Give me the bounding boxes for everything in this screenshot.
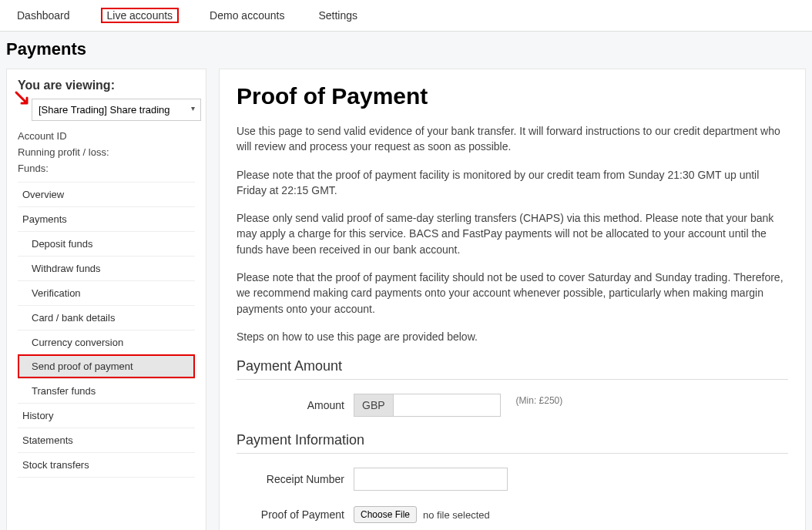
nav-settings[interactable]: Settings: [315, 8, 361, 23]
viewing-label: You are viewing:: [18, 79, 195, 92]
proof-row: Proof of Payment Choose File no file sel…: [237, 506, 788, 523]
sidebar-item-overview[interactable]: Overview: [18, 182, 195, 206]
sidebar-item-history[interactable]: History: [18, 403, 195, 428]
running-pl-label: Running profit / loss:: [18, 146, 195, 158]
receipt-row: Receipt Number: [237, 468, 788, 491]
sidebar-item-transfer-funds[interactable]: Transfer funds: [18, 378, 195, 403]
sidebar-item-withdraw-funds[interactable]: Withdraw funds: [18, 256, 195, 280]
nav-live-accounts[interactable]: Live accounts: [101, 8, 180, 23]
sidebar-item-card-bank-details[interactable]: Card / bank details: [18, 305, 195, 330]
account-id-label: Account ID: [18, 130, 195, 142]
sidebar-item-payments[interactable]: Payments: [18, 206, 195, 231]
main-content: Proof of Payment Use this page to send v…: [219, 69, 806, 530]
choose-file-button[interactable]: Choose File: [354, 506, 417, 523]
sidebar: You are viewing: [Share Trading] Share t…: [6, 69, 206, 530]
receipt-label: Receipt Number: [237, 473, 344, 485]
payment-info-heading: Payment Information: [237, 432, 788, 448]
divider: [237, 379, 788, 380]
amount-label: Amount: [237, 399, 344, 411]
intro-p1: Use this page to send valid evidence of …: [237, 123, 788, 155]
sidebar-item-send-proof-of-payment[interactable]: Send proof of payment: [18, 354, 195, 378]
sidebar-item-deposit-funds[interactable]: Deposit funds: [18, 231, 195, 256]
intro-p4: Please note that the proof of payment fa…: [237, 270, 788, 317]
sidebar-item-currency-conversion[interactable]: Currency conversion: [18, 330, 195, 354]
intro-p5: Steps on how to use this page are provid…: [237, 329, 788, 344]
sidebar-item-stock-transfers[interactable]: Stock transfers: [18, 452, 195, 478]
currency-badge: GBP: [354, 394, 393, 417]
sidebar-item-verification[interactable]: Verification: [18, 280, 195, 305]
amount-input[interactable]: [393, 394, 501, 417]
nav-demo-accounts[interactable]: Demo accounts: [206, 8, 287, 23]
payment-amount-heading: Payment Amount: [237, 358, 788, 374]
funds-label: Funds:: [18, 163, 195, 174]
sidebar-item-statements[interactable]: Statements: [18, 428, 195, 452]
account-select[interactable]: [Share Trading] Share trading: [32, 99, 201, 121]
page-title: Payments: [6, 39, 806, 59]
no-file-text: no file selected: [423, 509, 490, 521]
amount-row: Amount GBP (Min: £250): [237, 394, 788, 417]
amount-hint: (Min: £250): [516, 395, 563, 406]
intro-p3: Please only send valid proof of same-day…: [237, 210, 788, 257]
nav-dashboard[interactable]: Dashboard: [14, 8, 73, 23]
divider: [237, 453, 788, 454]
proof-label: Proof of Payment: [237, 508, 344, 521]
receipt-number-input[interactable]: [354, 468, 508, 491]
sidebar-nav: Overview Payments Deposit funds Withdraw…: [18, 182, 195, 478]
intro-p2: Please note that the proof of payment fa…: [237, 167, 788, 199]
top-nav: Dashboard Live accounts Demo accounts Se…: [0, 0, 812, 32]
content-heading: Proof of Payment: [237, 83, 788, 109]
